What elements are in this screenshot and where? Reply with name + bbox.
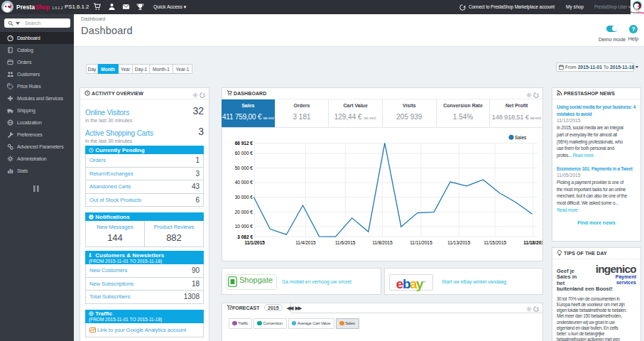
svg-text:11/11/2015: 11/11/2015 [410,240,432,245]
svg-text:11/15/2015: 11/15/2015 [484,240,506,245]
svg-text:11/13/2015: 11/13/2015 [447,240,470,245]
svg-text:40 000 €: 40 000 € [235,180,253,185]
svg-text:66 912 €: 66 912 € [235,141,253,146]
svg-text:3 082 €: 3 082 € [237,234,253,239]
svg-text:10 000 €: 10 000 € [235,224,253,229]
svg-text:Sales: Sales [515,135,527,140]
svg-text:11/8/2015: 11/8/2015 [372,240,393,245]
svg-text:60 000 €: 60 000 € [235,151,253,156]
svg-text:20 000 €: 20 000 € [235,210,253,215]
svg-text:50 000 €: 50 000 € [235,166,253,170]
svg-text:11/18/201: 11/18/201 [523,240,542,245]
svg-text:11/4/2015: 11/4/2015 [295,240,316,245]
svg-text:30 000 €: 30 000 € [235,195,253,200]
svg-text:PrestaShop: PrestaShop [631,11,644,14]
svg-text:11/6/2015: 11/6/2015 [335,240,356,245]
svg-text:11/1/2015: 11/1/2015 [244,240,265,245]
